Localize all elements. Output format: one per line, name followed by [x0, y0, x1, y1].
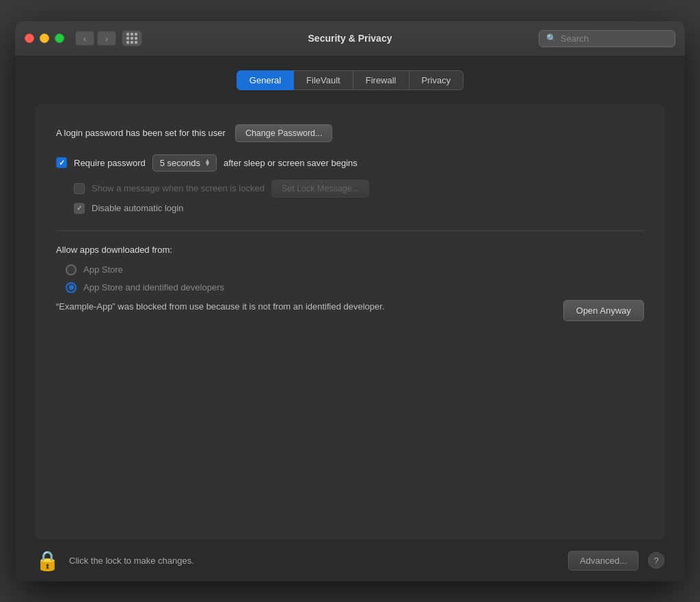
window-title: Security & Privacy: [308, 33, 392, 44]
password-status-row: A login password has been set for this u…: [56, 124, 644, 142]
password-status-label: A login password has been set for this u…: [56, 128, 226, 138]
lock-icon[interactable]: 🔒: [36, 549, 59, 572]
set-lock-message-button: Set Lock Message...: [271, 180, 369, 197]
minimize-button[interactable]: [40, 33, 49, 43]
disable-autologin-checkbox[interactable]: ✓: [74, 203, 85, 214]
radio-identified[interactable]: [66, 282, 77, 293]
password-timeout-dropdown[interactable]: 5 seconds ▲ ▼: [152, 154, 217, 172]
timeout-value: 5 seconds: [160, 158, 200, 168]
show-message-checkbox[interactable]: [74, 183, 85, 194]
forward-icon: ›: [105, 33, 108, 44]
grid-icon: [126, 33, 137, 44]
tab-privacy[interactable]: Privacy: [409, 70, 464, 90]
radio-appstore-row: App Store: [66, 264, 644, 275]
help-icon: ?: [654, 556, 658, 566]
search-input[interactable]: [561, 33, 668, 44]
require-password-checkbox[interactable]: ✓: [56, 157, 67, 168]
open-anyway-button[interactable]: Open Anyway: [563, 300, 644, 321]
search-box[interactable]: 🔍: [539, 30, 675, 47]
titlebar: ‹ › Security & Privacy 🔍: [15, 21, 685, 57]
autologin-checkmark-icon: ✓: [77, 204, 82, 212]
allow-apps-label: Allow apps downloaded from:: [56, 245, 644, 255]
main-window: ‹ › Security & Privacy 🔍 General FileVau…: [15, 21, 685, 582]
radio-identified-label: App Store and identified developers: [83, 282, 224, 292]
tab-bar: General FileVault Firewall Privacy: [36, 70, 664, 90]
radio-appstore[interactable]: [66, 264, 77, 275]
tab-general[interactable]: General: [237, 70, 294, 90]
require-password-label: Require password: [74, 158, 146, 168]
blocked-app-text: “Example-App” was blocked from use becau…: [56, 300, 550, 314]
disable-autologin-label: Disable automatic login: [92, 203, 183, 213]
disable-autologin-row: ✓ Disable automatic login: [74, 203, 644, 214]
forward-button[interactable]: ›: [97, 31, 116, 46]
maximize-button[interactable]: [55, 33, 64, 43]
section-divider: [56, 230, 644, 231]
radio-identified-row: App Store and identified developers: [66, 282, 644, 293]
tab-firewall[interactable]: Firewall: [353, 70, 409, 90]
blocked-app-row: “Example-App” was blocked from use becau…: [56, 300, 644, 321]
radio-appstore-label: App Store: [83, 264, 123, 275]
nav-buttons: ‹ ›: [75, 31, 116, 46]
change-password-button[interactable]: Change Password...: [235, 124, 333, 142]
search-icon: 🔍: [546, 33, 556, 43]
traffic-lights: [25, 33, 64, 43]
main-panel: A login password has been set for this u…: [36, 104, 664, 540]
bottom-bar: 🔒 Click the lock to make changes. Advanc…: [15, 540, 685, 582]
grid-button[interactable]: [122, 30, 142, 46]
lock-label: Click the lock to make changes.: [69, 556, 558, 566]
require-password-row: ✓ Require password 5 seconds ▲ ▼ after s…: [56, 154, 644, 172]
help-button[interactable]: ?: [648, 552, 664, 569]
back-icon: ‹: [83, 33, 86, 44]
radio-selected-dot: [69, 285, 74, 290]
download-section: Allow apps downloaded from: App Store Ap…: [56, 245, 644, 321]
checkmark-icon: ✓: [59, 159, 65, 167]
after-sleep-label: after sleep or screen saver begins: [224, 158, 358, 168]
dropdown-arrows-icon: ▲ ▼: [204, 159, 211, 167]
tab-filevault[interactable]: FileVault: [294, 70, 353, 90]
advanced-button[interactable]: Advanced...: [568, 551, 638, 571]
show-message-label: Show a message when the screen is locked: [92, 183, 265, 193]
password-section: A login password has been set for this u…: [56, 124, 644, 214]
show-message-row: Show a message when the screen is locked…: [74, 180, 644, 197]
close-button[interactable]: [25, 33, 34, 43]
back-button[interactable]: ‹: [75, 31, 94, 46]
content-area: General FileVault Firewall Privacy A log…: [15, 57, 685, 540]
